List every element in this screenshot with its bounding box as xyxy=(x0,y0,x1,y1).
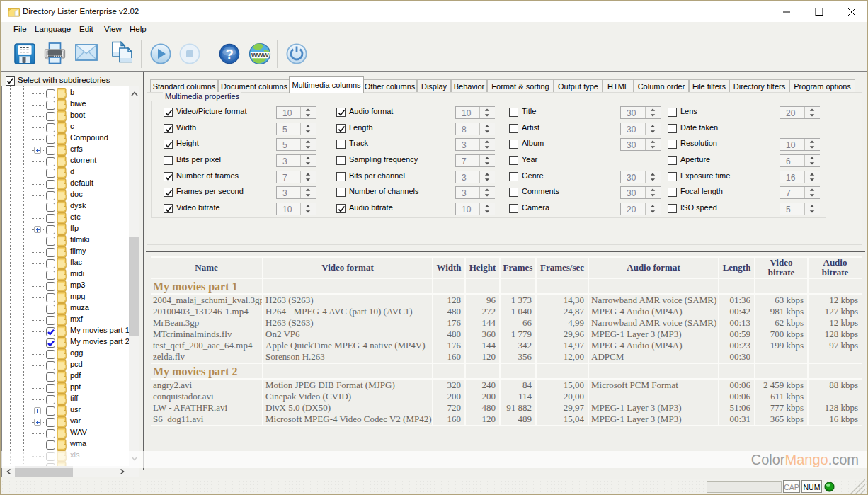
svg-text:?: ? xyxy=(225,47,234,62)
svg-text:www: www xyxy=(251,50,269,59)
